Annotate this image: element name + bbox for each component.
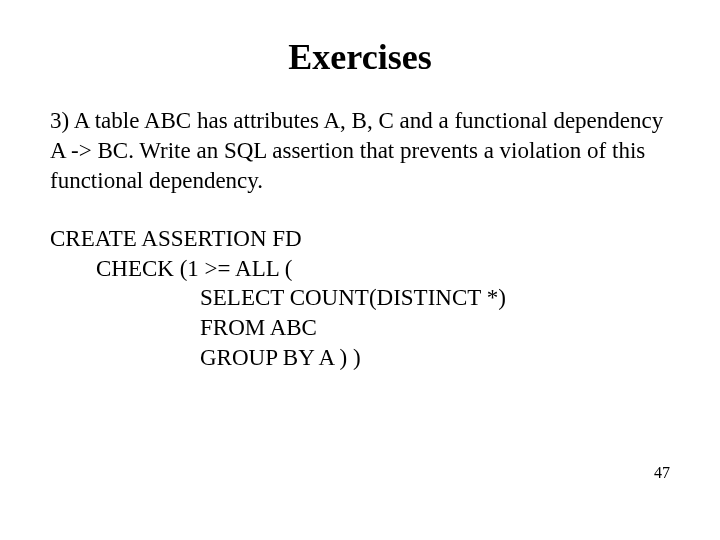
code-line: CREATE ASSERTION FD	[50, 224, 670, 254]
code-line: SELECT COUNT(DISTINCT *)	[50, 283, 670, 313]
slide-title: Exercises	[50, 36, 670, 78]
sql-code-block: CREATE ASSERTION FD CHECK (1 >= ALL ( SE…	[50, 224, 670, 373]
page-number: 47	[654, 464, 670, 482]
code-line: CHECK (1 >= ALL (	[50, 254, 670, 284]
exercise-question: 3) A table ABC has attributes A, B, C an…	[50, 106, 670, 196]
code-line: FROM ABC	[50, 313, 670, 343]
code-line: GROUP BY A ) )	[50, 343, 670, 373]
slide-container: Exercises 3) A table ABC has attributes …	[0, 0, 720, 403]
